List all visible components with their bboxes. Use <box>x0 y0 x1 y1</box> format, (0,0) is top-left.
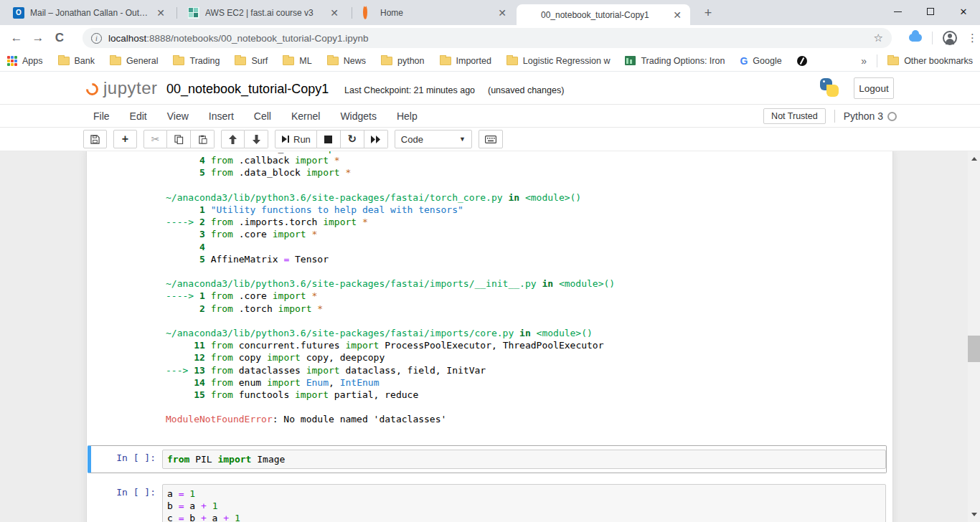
scroll-down-arrow[interactable] <box>968 508 980 521</box>
stop-icon <box>324 136 332 143</box>
cloud-extension-icon[interactable] <box>909 34 922 42</box>
copy-cell-button[interactable] <box>167 130 191 148</box>
move-cell-up-button[interactable] <box>221 130 245 148</box>
tab-aws-ec2[interactable]: AWS EC2 | fast.ai course v3 ✕ <box>181 0 347 25</box>
chevron-down-icon: ▼ <box>459 136 466 143</box>
keyboard-icon <box>485 136 496 143</box>
code-input-area[interactable]: from PIL import Image <box>162 450 886 469</box>
menu-insert[interactable]: Insert <box>199 110 244 122</box>
bookmarks-overflow-chevron[interactable]: » <box>861 55 867 67</box>
forward-button[interactable]: → <box>27 31 49 45</box>
bookmark-google[interactable]: GGoogle <box>740 55 781 67</box>
bookmarks-bar: Apps Bank General Trading Surf ML News p… <box>0 50 980 72</box>
minimize-button[interactable] <box>881 0 914 23</box>
input-prompt: In [ ]: <box>91 484 162 522</box>
menu-kernel[interactable]: Kernel <box>281 110 330 122</box>
bookmark-folder-news[interactable]: News <box>327 56 366 66</box>
page-info-icon[interactable]: i <box>91 33 102 44</box>
folder-icon <box>507 57 518 65</box>
chrome-menu-icon[interactable]: ⋮ <box>967 36 971 39</box>
tab-close-icon[interactable]: ✕ <box>155 7 166 19</box>
bookmark-site[interactable] <box>797 56 807 66</box>
input-prompt: In [ ]: <box>91 450 162 469</box>
notebook-toolbar: + ✂ Run ↻ Code▼ <box>0 128 980 151</box>
new-tab-button[interactable]: + <box>699 5 717 22</box>
address-bar[interactable]: i localhost:8888/notebooks/00_notebook_t… <box>83 28 892 48</box>
move-cell-down-button[interactable] <box>245 130 268 148</box>
divider <box>877 54 877 67</box>
error-traceback-output: 3 from .basic_train import * 4 from .cal… <box>166 151 892 426</box>
restart-run-all-button[interactable] <box>364 130 388 148</box>
jupyter-header: jupyter 00_notebook_tutorial-Copy1 Last … <box>0 72 980 105</box>
paste-cell-button[interactable] <box>191 130 215 148</box>
close-window-button[interactable]: ✕ <box>947 0 980 23</box>
kernel-name: Python 3 <box>844 110 897 122</box>
scrollbar[interactable] <box>968 151 980 522</box>
maximize-button[interactable] <box>914 0 947 23</box>
menu-view[interactable]: View <box>157 110 199 122</box>
bookmark-folder-imported[interactable]: Imported <box>440 56 491 66</box>
tab-title: AWS EC2 | fast.ai course v3 <box>205 8 323 18</box>
scroll-up-arrow[interactable] <box>968 153 980 165</box>
trust-status-badge[interactable]: Not Trusted <box>763 108 826 124</box>
url-text[interactable]: localhost:8888/notebooks/00_notebook_tut… <box>108 33 874 44</box>
scrollbar-thumb[interactable] <box>968 336 980 362</box>
apps-grid-icon <box>7 56 17 66</box>
code-cell[interactable]: In [ ]: a = 1b = a + 1c = b + a + 1 <box>88 480 887 522</box>
save-button[interactable] <box>83 130 107 148</box>
cell-type-dropdown[interactable]: Code▼ <box>395 130 472 148</box>
folder-icon <box>887 57 899 65</box>
bookmark-folder-surf[interactable]: Surf <box>235 56 268 66</box>
other-bookmarks[interactable]: Other bookmarks <box>887 56 973 66</box>
restart-kernel-button[interactable]: ↻ <box>341 130 364 148</box>
logout-button[interactable]: Logout <box>854 77 894 99</box>
bookmark-folder-bank[interactable]: Bank <box>58 56 95 66</box>
menu-widgets[interactable]: Widgets <box>330 110 387 122</box>
add-cell-button[interactable]: + <box>113 130 137 148</box>
code-input-area[interactable]: a = 1b = a + 1c = b + a + 1 <box>162 484 886 522</box>
menu-file[interactable]: File <box>83 110 120 122</box>
cut-cell-button[interactable]: ✂ <box>143 130 167 148</box>
bookmark-folder-ml[interactable]: ML <box>283 56 311 66</box>
tab-close-icon[interactable]: ✕ <box>496 7 508 19</box>
divider <box>834 110 835 123</box>
tab-separator <box>352 7 352 19</box>
clipboard-icon <box>198 135 207 144</box>
bookmark-logistic-regression[interactable]: Logistic Regression w <box>507 56 611 66</box>
tab-close-icon[interactable]: ✕ <box>329 7 340 19</box>
back-button[interactable]: ← <box>6 31 27 45</box>
jupyter-ring-icon <box>363 5 367 19</box>
menu-help[interactable]: Help <box>387 110 428 122</box>
folder-icon <box>173 57 184 65</box>
jupyter-logo[interactable]: jupyter <box>86 78 158 98</box>
bookmark-folder-trading[interactable]: Trading <box>173 56 220 66</box>
scissors-icon: ✂ <box>151 133 160 145</box>
interrupt-kernel-button[interactable] <box>317 130 341 148</box>
command-palette-button[interactable] <box>479 130 503 148</box>
profile-icon[interactable] <box>943 31 957 45</box>
browser-navigation-bar: ← → C i localhost:8888/notebooks/00_note… <box>0 25 980 50</box>
black-circle-icon <box>797 56 807 66</box>
tab-jupyter-home[interactable]: Home ✕ <box>356 0 515 25</box>
notebook-title[interactable]: 00_notebook_tutorial-Copy1 <box>166 82 329 97</box>
bookmark-trading-options[interactable]: Trading Options: Iron <box>625 56 725 66</box>
bookmark-folder-general[interactable]: General <box>110 56 158 66</box>
apps-shortcut[interactable]: Apps <box>7 56 43 66</box>
bookmark-folder-python[interactable]: python <box>381 56 425 66</box>
reload-button[interactable]: C <box>49 31 70 45</box>
bookmark-star-icon[interactable]: ☆ <box>874 32 883 44</box>
arrow-up-icon <box>229 135 237 144</box>
kernel-idle-icon <box>887 112 897 121</box>
run-cell-button[interactable]: Run <box>275 130 317 148</box>
step-forward-icon <box>281 135 290 143</box>
tab-outlook[interactable]: O Mail – Jonathan Callan - Outlook ✕ <box>6 0 174 25</box>
menu-cell[interactable]: Cell <box>244 110 281 122</box>
tab-close-icon[interactable]: ✕ <box>672 9 683 21</box>
checkpoint-status: Last Checkpoint: 21 minutes ago <box>344 85 475 95</box>
folder-icon <box>381 57 392 65</box>
tab-title: 00_notebook_tutorial-Copy1 <box>541 10 666 20</box>
menu-edit[interactable]: Edit <box>120 110 157 122</box>
tab-notebook-active[interactable]: 00_notebook_tutorial-Copy1 ✕ <box>517 4 690 25</box>
unsaved-changes-label: (unsaved changes) <box>488 85 564 95</box>
code-cell-selected[interactable]: In [ ]: from PIL import Image <box>88 445 887 473</box>
